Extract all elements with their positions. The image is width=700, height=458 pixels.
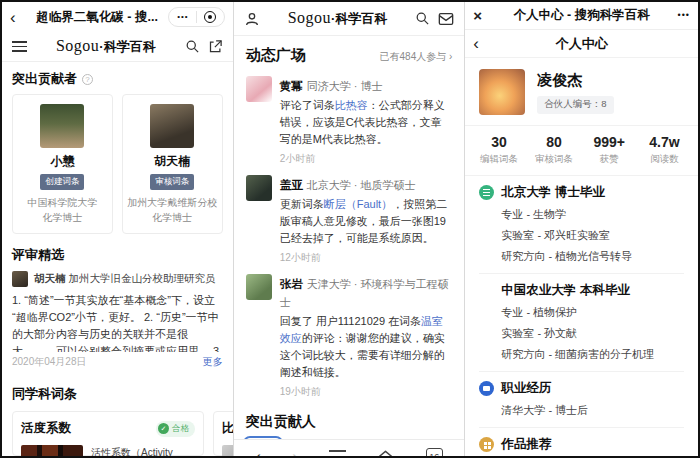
back-icon[interactable]: ‹ (473, 35, 489, 52)
feed-item[interactable]: 黄冪同济大学 · 博士 评论了词条比热容：公式部分释义错误，应该是C代表比热容，… (234, 67, 465, 166)
screenshot-root: ‹ 超临界二氧化碳 - 搜... ••• Sogou·科学百科 突出贡献者 ? (0, 0, 700, 458)
feed-text: 的评论：谢谢您的建议，确实这个词比较大，需要有详细分解的阐述和链接。 (280, 332, 445, 378)
user-icon[interactable] (244, 11, 260, 27)
share-icon[interactable] (208, 39, 223, 54)
entry-excerpt: 活性系数（Activity coefficient），又称活性因子（Activi… (91, 445, 195, 456)
stat-label: 审核词条 (527, 153, 582, 166)
back-icon[interactable]: ‹ (10, 9, 26, 26)
work-entry-link[interactable]: 核糖体 (479, 453, 684, 456)
related-entry-card[interactable]: 活度系数 ✓合格 活性系数（Activity coefficient），又称活性… (12, 411, 204, 456)
info-icon[interactable]: ? (82, 74, 93, 85)
nav-menu-icon[interactable] (329, 450, 346, 456)
education-icon (479, 185, 494, 200)
contributor-degree: 化学博士 (127, 210, 218, 225)
stat-reads[interactable]: 4.7w 阅读数 (637, 134, 692, 166)
entry-title: 活度系数 (21, 420, 71, 437)
stat-value: 80 (527, 134, 582, 150)
chevron-right-icon: › (449, 51, 452, 62)
close-icon[interactable]: × (473, 7, 491, 24)
nav-tabs-button[interactable]: 16 (426, 448, 443, 456)
wechat-capsule: ••• (168, 7, 224, 27)
contributor-avatar-strip (234, 431, 465, 439)
related-entry-card[interactable]: 比热容 (213, 411, 233, 456)
feed-user-affiliation: 天津大学 · 环境科学与工程硕士 (280, 278, 449, 308)
career-detail: 清华大学 - 博士后 (479, 397, 684, 418)
related-cards: 活度系数 ✓合格 活性系数（Activity coefficient），又称活性… (2, 409, 233, 456)
entry-link[interactable]: 断层（Fault） (324, 198, 392, 210)
sogou-baike-logo: Sogou·科学百科 (35, 37, 177, 56)
participants-link[interactable]: 已有484人参与 › (380, 50, 453, 64)
nav-back-icon[interactable]: ‹ (255, 448, 261, 456)
education-detail: 专业 - 生物学 (479, 201, 684, 222)
partner-badge: 合伙人编号：8 (537, 96, 613, 114)
feed-timestamp: 12小时前 (280, 251, 453, 265)
feed-text: 回复了 用户11121029 在词条 (280, 315, 421, 327)
nav-forward-icon[interactable]: › (292, 448, 298, 456)
avatar[interactable] (479, 69, 525, 115)
feed-user-affiliation: 北京大学 · 地质学硕士 (307, 179, 416, 191)
contributor-affiliation: 中国科学院大学 (17, 195, 108, 210)
review-body: 1. “简述”一节其实放在“基本概念”下，设立“超临界CO2”小节，更好。 2.… (2, 287, 233, 352)
stat-likes[interactable]: 999+ 获赞 (582, 134, 637, 166)
education-detail: 实验室 - 孙文献 (479, 320, 684, 341)
education-title: 北京大学 博士毕业 (501, 184, 604, 201)
subpage-title: 个人中心 (489, 35, 674, 53)
avatar (40, 104, 84, 148)
entry-thumbnail (222, 445, 233, 456)
more-link[interactable]: 更多 (203, 355, 223, 369)
contributor-card[interactable]: 胡天楠 审核词条 加州大学戴维斯分校 化学博士 (122, 94, 223, 234)
panel-plaza: Sogou·科学百科 动态广场 已有484人参与 › 黄冪同济大学 · 博士 评… (234, 2, 466, 456)
logo-suffix-text: ·科学百科 (99, 39, 155, 54)
works-section: 作品推荐 核糖体 短杆菌肽 (465, 428, 698, 456)
top-contributors-title: 突出贡献人 (246, 413, 316, 431)
stats-row: 30 编辑词条 80 审核词条 999+ 获赞 4.7w 阅读数 (465, 125, 698, 176)
works-title: 作品推荐 (501, 436, 551, 453)
feed-user-affiliation: 同济大学 · 博士 (307, 80, 383, 92)
education-detail: 研究方向 - 植物光信号转导 (479, 243, 684, 264)
page-title: 个人中心 - 搜狗科学百科 (491, 7, 672, 24)
avatar (246, 175, 272, 201)
career-section: 职业经历 清华大学 - 博士后 (465, 372, 698, 418)
search-icon[interactable] (415, 11, 430, 26)
avatar (246, 76, 272, 102)
contributor-affiliation: 加州大学戴维斯分校 (127, 195, 218, 210)
entry-link[interactable]: 比热容 (335, 99, 368, 111)
contributors-section-header: 突出贡献者 ? (2, 62, 233, 94)
feed-user-name: 盖亚 (280, 179, 303, 191)
feed-body: 回复了 用户11121029 在词条温室效应的评论：谢谢您的建议，确实这个词比较… (280, 313, 453, 381)
participants-count: 已有484人参与 (380, 51, 447, 62)
feed-item[interactable]: 张岩天津大学 · 环境科学与工程硕士 回复了 用户11121029 在词条温室效… (234, 265, 465, 399)
nav-home-icon[interactable] (377, 449, 394, 456)
profile-card: 凌俊杰 合伙人编号：8 (465, 58, 698, 125)
feed-item[interactable]: 盖亚北京大学 · 地质学硕士 更新词条断层（Fault），按照第二版审稿人意见修… (234, 166, 465, 265)
app-toolbar: Sogou·科学百科 (2, 32, 233, 62)
stat-reviewed-entries[interactable]: 80 审核词条 (527, 134, 582, 166)
menu-icon[interactable] (12, 41, 27, 52)
stat-label: 编辑词条 (471, 153, 526, 166)
stat-edited-entries[interactable]: 30 编辑词条 (471, 134, 526, 166)
more-icon[interactable]: ••• (672, 11, 690, 20)
minimize-icon[interactable] (204, 11, 216, 23)
search-icon[interactable] (185, 39, 200, 54)
more-icon[interactable]: ••• (177, 13, 188, 21)
education-title: 中国农业大学 本科毕业 (501, 282, 629, 299)
plaza-header: 动态广场 已有484人参与 › (234, 36, 465, 67)
feed-timestamp: 19小时前 (280, 385, 453, 399)
status-badge: ✓合格 (156, 421, 195, 437)
contributor-degree: 化学博士 (17, 210, 108, 225)
feed-body: 更新词条断层（Fault），按照第二版审稿人意见修改，最后一张图19已经去掉了，… (280, 196, 453, 247)
feed-timestamp: 2小时前 (280, 152, 453, 166)
browser-navbar: ‹ › 16 (234, 439, 465, 456)
review-section-header: 评审精选 (2, 234, 233, 270)
mail-icon[interactable] (438, 12, 454, 26)
review-title: 评审精选 (12, 246, 64, 264)
reviewer-row: 胡天楠 加州大学旧金山分校助理研究员 (2, 270, 233, 287)
capsule-divider (196, 11, 197, 23)
avatar (150, 104, 194, 148)
education-section: 北京大学 博士毕业 专业 - 生物学 实验室 - 邓兴旺实验室 研究方向 - 植… (465, 176, 698, 264)
stat-value: 4.7w (637, 134, 692, 150)
status-badge-label: 合格 (172, 423, 189, 435)
contributor-card[interactable]: 小戆 创建词条 中国科学院大学 化学博士 (12, 94, 113, 234)
stat-value: 999+ (582, 134, 637, 150)
sogou-baike-logo: Sogou·科学百科 (268, 9, 408, 28)
